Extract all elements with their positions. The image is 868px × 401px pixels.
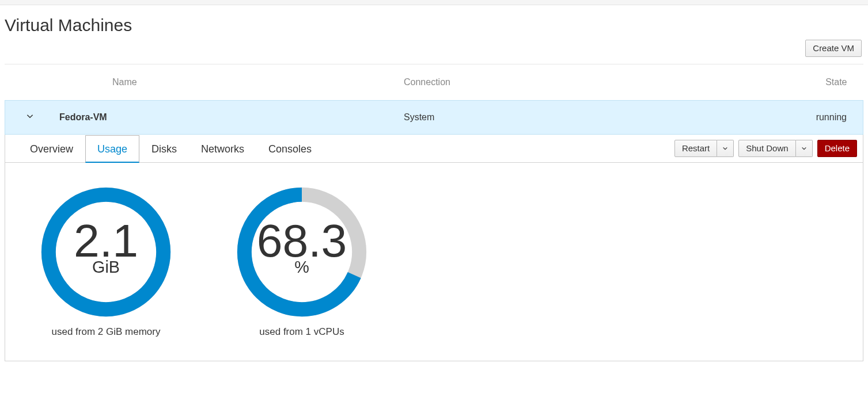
vm-table: Name Connection State Fedora-VM System r… [5,64,863,361]
cpu-gauge-unit: % [294,258,309,276]
cpu-gauge-chart: 68.3 % [236,186,368,318]
column-header-connection: Connection [399,64,640,101]
tab-usage[interactable]: Usage [85,135,139,163]
memory-gauge: 2.1 GiB used from 2 GiB memory [40,186,172,338]
expand-toggle[interactable] [26,112,34,122]
vm-name: Fedora-VM [59,112,107,122]
tab-networks[interactable]: Networks [189,135,256,163]
vm-detail-row: Overview Usage Disks Networks Consoles R… [5,135,863,361]
vm-state: running [816,112,847,122]
vm-tabbar: Overview Usage Disks Networks Consoles R… [5,135,863,163]
memory-gauge-caption: used from 2 GiB memory [52,326,161,338]
window-topbar [0,0,868,5]
chevron-down-icon [26,112,34,120]
tab-disks[interactable]: Disks [139,135,189,163]
page-title: Virtual Machines [5,16,863,35]
delete-button[interactable]: Delete [817,140,857,157]
page-toolbar: Create VM [5,40,863,64]
shutdown-dropdown-button[interactable] [796,140,813,157]
chevron-down-icon [722,146,728,151]
tab-overview[interactable]: Overview [18,135,85,163]
shutdown-button[interactable]: Shut Down [738,140,795,157]
tab-consoles[interactable]: Consoles [256,135,324,163]
table-row[interactable]: Fedora-VM System running [5,101,863,135]
column-header-state: State [640,64,863,101]
memory-gauge-unit: GiB [92,258,120,276]
cpu-gauge: 68.3 % used from 1 vCPUs [236,186,368,338]
vm-actions: Restart Shut Down [674,136,857,161]
memory-gauge-chart: 2.1 GiB [40,186,172,318]
cpu-gauge-caption: used from 1 vCPUs [259,326,344,338]
vm-connection: System [404,112,434,122]
column-header-name: Name [55,64,399,101]
chevron-down-icon [801,146,807,151]
restart-dropdown-button[interactable] [717,140,734,157]
usage-gauges: 2.1 GiB used from 2 GiB memory 68.3 [5,163,863,361]
restart-button[interactable]: Restart [674,140,717,157]
create-vm-button[interactable]: Create VM [805,40,862,57]
